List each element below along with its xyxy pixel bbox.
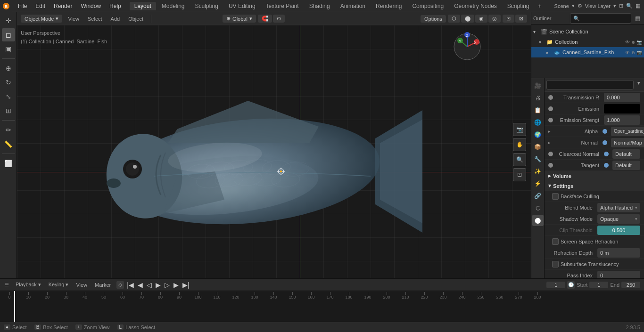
workspace-sculpting[interactable]: Sculpting	[190, 2, 223, 10]
backface-culling-checkbox-box[interactable]	[552, 193, 559, 200]
timeline-drag-handle[interactable]: ☰	[4, 282, 10, 287]
menu-help[interactable]: Help	[106, 2, 125, 10]
jump-to-end-button[interactable]: ▶|	[182, 280, 190, 290]
props-tab-constraints[interactable]: 🔗	[532, 190, 544, 202]
outliner-filter[interactable]: ▦	[633, 15, 642, 22]
blend-mode-select[interactable]: Alpha Hashed ▾	[597, 203, 640, 212]
scale-tool[interactable]: ⤡	[2, 90, 15, 103]
object-view-toggle[interactable]: 👁	[625, 50, 630, 55]
backface-culling-checkbox[interactable]: Backface Culling	[552, 193, 640, 200]
playhead[interactable]	[14, 291, 15, 322]
start-frame-value[interactable]: 1	[589, 282, 608, 288]
wireframe-button[interactable]: ⬡	[448, 15, 460, 23]
workspace-shading[interactable]: Shading	[305, 2, 335, 10]
alpha-value[interactable]: Open_sardine_can_s...	[611, 127, 644, 136]
marker-menu[interactable]: Marker	[93, 281, 113, 289]
prev-keyframe-button[interactable]: ◁	[146, 280, 153, 290]
transmission-r-value[interactable]: 0.000	[604, 93, 640, 102]
props-tab-modifiers[interactable]: 🔧	[532, 154, 544, 165]
settings-section-header[interactable]: ▾ Settings	[545, 181, 644, 191]
normal-arrow[interactable]: ▸	[548, 140, 551, 145]
workspace-layout[interactable]: Layout	[130, 2, 156, 10]
subsurface-translucency-checkbox[interactable]: Subsurface Translucency	[552, 261, 640, 267]
props-tab-output[interactable]: 🖨	[532, 92, 544, 104]
add-menu-button[interactable]: Add	[108, 15, 123, 23]
material-button[interactable]: ◉	[475, 15, 487, 23]
keying-menu[interactable]: Keying ▾	[47, 281, 71, 289]
props-tab-world[interactable]: 🌍	[532, 129, 544, 140]
menu-file[interactable]: File	[14, 2, 31, 10]
shadow-mode-select[interactable]: Opaque ▾	[597, 214, 640, 224]
object-mode-button[interactable]: Object Mode ▾	[21, 15, 62, 23]
workspace-texture-paint[interactable]: Texture Paint	[261, 2, 304, 10]
menu-window[interactable]: Window	[77, 2, 105, 10]
workspace-geometry-nodes[interactable]: Geometry Nodes	[449, 2, 502, 10]
select-menu-button[interactable]: Select	[85, 15, 105, 23]
collection-item[interactable]: ▾ 📁 Collection 👁 🖱 📷	[531, 37, 644, 47]
props-tab-material[interactable]: ⬤	[532, 215, 544, 226]
collection-hide-select[interactable]: 🖱	[631, 40, 636, 45]
annotate-tool[interactable]: ✏	[2, 123, 15, 137]
proportional-edit-button[interactable]: ⊙	[273, 15, 285, 23]
time-format-toggle[interactable]: 🕐	[567, 281, 575, 289]
local-view-button[interactable]: ⊡	[513, 168, 526, 181]
overlay-button[interactable]: ⊡	[503, 15, 514, 23]
tangent-value[interactable]: Default	[612, 161, 640, 170]
props-tab-particles[interactable]: ✨	[532, 166, 544, 177]
snap-button[interactable]: 🧲	[258, 15, 272, 23]
scene-collection-item[interactable]: ▾ 🎬 Scene Collection	[531, 26, 644, 37]
xray-button[interactable]: ⊠	[515, 15, 527, 23]
props-tab-render[interactable]: 🎥	[532, 80, 544, 91]
object-expand[interactable]: ▸	[546, 50, 552, 55]
props-search-input[interactable]	[546, 80, 634, 89]
emission-color-value[interactable]	[604, 104, 640, 113]
zoom-button[interactable]: 🔍	[513, 153, 526, 166]
next-keyframe-button[interactable]: ▷	[164, 280, 171, 290]
rotate-tool[interactable]: ↻	[2, 76, 15, 89]
solid-button[interactable]: ⬤	[461, 15, 474, 23]
props-tab-view-layer[interactable]: 📋	[532, 105, 544, 116]
props-tab-object[interactable]: 📦	[532, 141, 544, 153]
workspace-compositing[interactable]: Compositing	[407, 2, 448, 10]
collection-hide-render[interactable]: 📷	[636, 40, 642, 45]
view-menu-button[interactable]: View	[65, 15, 82, 23]
prev-frame-button[interactable]: ◀	[137, 280, 144, 290]
pass-index-value[interactable]: 0	[597, 271, 640, 279]
pan-button[interactable]: ✋	[513, 138, 526, 151]
menu-edit[interactable]: Edit	[32, 2, 49, 10]
view-menu[interactable]: View	[74, 281, 89, 289]
clip-threshold-value[interactable]: 0.500	[597, 226, 640, 235]
viewport-canvas[interactable]: User Perspective (1) Collection | Canned…	[17, 25, 531, 278]
ssr-checkbox-box[interactable]	[552, 238, 559, 245]
add-cube-tool[interactable]: ⬜	[2, 157, 15, 170]
object-item[interactable]: ▸ 🐟 Canned_Sardine_Fish 👁 🖱 📷	[531, 47, 644, 57]
screen-space-refraction-checkbox[interactable]: Screen Space Refraction	[552, 238, 640, 245]
normal-value[interactable]: Normal/Map	[611, 138, 644, 147]
workspace-add-tab[interactable]: +	[535, 2, 544, 10]
sst-checkbox-box[interactable]	[552, 261, 559, 267]
workspace-scripting[interactable]: Scripting	[503, 2, 534, 10]
move-tool[interactable]: ⊕	[2, 62, 15, 75]
workspace-animation[interactable]: Animation	[336, 2, 370, 10]
workspace-uv-editing[interactable]: UV Editing	[224, 2, 260, 10]
clearcoat-normal-value[interactable]: Default	[612, 149, 640, 159]
collection-view-toggle[interactable]: 👁	[625, 40, 630, 45]
alpha-arrow[interactable]: ▸	[548, 129, 551, 134]
refraction-depth-value[interactable]: 0 m	[597, 248, 640, 258]
props-tab-data[interactable]: ⬡	[532, 202, 544, 214]
object-hide-render[interactable]: 📷	[636, 50, 642, 55]
scene-collection-expand[interactable]: ▾	[533, 29, 539, 34]
cursor-tool[interactable]: ✛	[2, 14, 15, 27]
jump-to-start-button[interactable]: |◀	[126, 280, 135, 290]
rendered-button[interactable]: ◎	[488, 15, 501, 23]
navigation-gizmo[interactable]: X Y Z	[451, 30, 484, 63]
options-button[interactable]: Options	[421, 15, 446, 23]
timeline-ruler[interactable]: 0 10 20 30 40 50 60 70 80 90 100 110 120…	[0, 291, 644, 322]
emission-strength-value[interactable]: 1.000	[604, 115, 640, 125]
select-tool[interactable]: ◻	[2, 28, 15, 41]
camera-view-button[interactable]: 📷	[513, 123, 526, 136]
props-filter-icon[interactable]: ▾	[636, 80, 642, 89]
menu-render[interactable]: Render	[50, 2, 76, 10]
props-tab-physics[interactable]: ⚡	[532, 178, 544, 189]
play-button[interactable]: ▶	[155, 280, 162, 290]
